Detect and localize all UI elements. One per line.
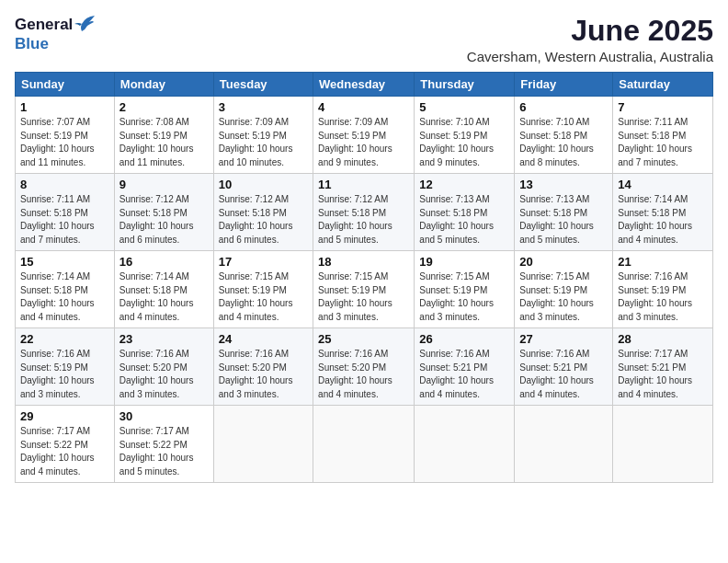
calendar-cell: 28Sunrise: 7:17 AM Sunset: 5:21 PM Dayli… — [613, 328, 713, 406]
weekday-header: Saturday — [613, 73, 713, 97]
calendar-cell: 29Sunrise: 7:17 AM Sunset: 5:22 PM Dayli… — [16, 406, 115, 483]
calendar-week-row: 1Sunrise: 7:07 AM Sunset: 5:19 PM Daylig… — [16, 97, 713, 174]
title-block: June 2025 Caversham, Western Australia, … — [467, 15, 713, 64]
calendar-cell: 4Sunrise: 7:09 AM Sunset: 5:19 PM Daylig… — [313, 97, 415, 174]
day-number: 13 — [519, 178, 608, 191]
day-number: 19 — [419, 255, 509, 269]
calendar-cell: 6Sunrise: 7:10 AM Sunset: 5:18 PM Daylig… — [515, 97, 613, 174]
day-number: 25 — [318, 332, 409, 346]
day-number: 21 — [618, 255, 708, 269]
day-info: Sunrise: 7:15 AM Sunset: 5:19 PM Dayligh… — [219, 270, 308, 324]
calendar-cell: 25Sunrise: 7:16 AM Sunset: 5:20 PM Dayli… — [313, 328, 415, 406]
month-title: June 2025 — [467, 15, 713, 47]
day-info: Sunrise: 7:15 AM Sunset: 5:19 PM Dayligh… — [318, 270, 409, 324]
day-info: Sunrise: 7:17 AM Sunset: 5:22 PM Dayligh… — [119, 425, 209, 478]
day-number: 22 — [20, 332, 109, 346]
calendar-cell: 15Sunrise: 7:14 AM Sunset: 5:18 PM Dayli… — [16, 251, 115, 328]
day-number: 7 — [618, 100, 708, 114]
day-info: Sunrise: 7:12 AM Sunset: 5:18 PM Dayligh… — [219, 193, 308, 247]
calendar-week-row: 29Sunrise: 7:17 AM Sunset: 5:22 PM Dayli… — [16, 406, 713, 483]
day-info: Sunrise: 7:16 AM Sunset: 5:20 PM Dayligh… — [318, 348, 409, 401]
day-number: 6 — [519, 100, 608, 114]
calendar-cell: 12Sunrise: 7:13 AM Sunset: 5:18 PM Dayli… — [415, 174, 515, 251]
calendar-cell: 22Sunrise: 7:16 AM Sunset: 5:19 PM Dayli… — [16, 328, 115, 406]
calendar-cell: 14Sunrise: 7:14 AM Sunset: 5:18 PM Dayli… — [613, 174, 713, 251]
calendar-cell — [515, 406, 613, 483]
day-number: 30 — [119, 409, 209, 423]
calendar-cell: 5Sunrise: 7:10 AM Sunset: 5:19 PM Daylig… — [415, 97, 515, 174]
day-number: 11 — [318, 178, 409, 191]
calendar-cell: 17Sunrise: 7:15 AM Sunset: 5:19 PM Dayli… — [213, 251, 313, 328]
day-info: Sunrise: 7:09 AM Sunset: 5:19 PM Dayligh… — [219, 116, 308, 169]
logo-bird-icon — [74, 15, 95, 35]
day-info: Sunrise: 7:14 AM Sunset: 5:18 PM Dayligh… — [618, 193, 708, 247]
day-number: 17 — [219, 255, 308, 269]
day-info: Sunrise: 7:16 AM Sunset: 5:21 PM Dayligh… — [519, 348, 608, 401]
day-number: 14 — [618, 178, 708, 191]
day-info: Sunrise: 7:13 AM Sunset: 5:18 PM Dayligh… — [519, 193, 608, 247]
logo-general: General — [15, 16, 73, 34]
day-info: Sunrise: 7:10 AM Sunset: 5:19 PM Dayligh… — [419, 116, 509, 169]
day-number: 1 — [20, 100, 109, 114]
weekday-header: Monday — [114, 73, 213, 97]
day-number: 8 — [20, 178, 109, 191]
calendar-cell — [313, 406, 415, 483]
day-info: Sunrise: 7:16 AM Sunset: 5:19 PM Dayligh… — [618, 270, 708, 324]
calendar-cell: 26Sunrise: 7:16 AM Sunset: 5:21 PM Dayli… — [415, 328, 515, 406]
day-info: Sunrise: 7:09 AM Sunset: 5:19 PM Dayligh… — [318, 116, 409, 169]
calendar-table: SundayMondayTuesdayWednesdayThursdayFrid… — [15, 72, 713, 483]
day-number: 23 — [119, 332, 209, 346]
calendar-cell: 10Sunrise: 7:12 AM Sunset: 5:18 PM Dayli… — [213, 174, 313, 251]
day-info: Sunrise: 7:12 AM Sunset: 5:18 PM Dayligh… — [119, 193, 209, 247]
day-info: Sunrise: 7:10 AM Sunset: 5:18 PM Dayligh… — [519, 116, 608, 169]
weekday-header: Sunday — [16, 73, 115, 97]
day-number: 28 — [618, 332, 708, 346]
calendar-cell: 27Sunrise: 7:16 AM Sunset: 5:21 PM Dayli… — [515, 328, 613, 406]
day-number: 18 — [318, 255, 409, 269]
day-number: 4 — [318, 100, 409, 114]
day-info: Sunrise: 7:16 AM Sunset: 5:20 PM Dayligh… — [219, 348, 308, 401]
day-number: 20 — [519, 255, 608, 269]
calendar-cell: 11Sunrise: 7:12 AM Sunset: 5:18 PM Dayli… — [313, 174, 415, 251]
day-info: Sunrise: 7:11 AM Sunset: 5:18 PM Dayligh… — [20, 193, 109, 247]
day-info: Sunrise: 7:15 AM Sunset: 5:19 PM Dayligh… — [419, 270, 509, 324]
calendar-cell: 3Sunrise: 7:09 AM Sunset: 5:19 PM Daylig… — [213, 97, 313, 174]
calendar-cell: 23Sunrise: 7:16 AM Sunset: 5:20 PM Dayli… — [114, 328, 213, 406]
day-info: Sunrise: 7:14 AM Sunset: 5:18 PM Dayligh… — [20, 270, 109, 324]
day-info: Sunrise: 7:07 AM Sunset: 5:19 PM Dayligh… — [20, 116, 109, 169]
day-number: 24 — [219, 332, 308, 346]
calendar-cell: 9Sunrise: 7:12 AM Sunset: 5:18 PM Daylig… — [114, 174, 213, 251]
calendar-cell: 21Sunrise: 7:16 AM Sunset: 5:19 PM Dayli… — [613, 251, 713, 328]
calendar-cell: 20Sunrise: 7:15 AM Sunset: 5:19 PM Dayli… — [515, 251, 613, 328]
day-info: Sunrise: 7:16 AM Sunset: 5:19 PM Dayligh… — [20, 348, 109, 401]
day-info: Sunrise: 7:15 AM Sunset: 5:19 PM Dayligh… — [519, 270, 608, 324]
calendar-cell: 2Sunrise: 7:08 AM Sunset: 5:19 PM Daylig… — [114, 97, 213, 174]
day-number: 5 — [419, 100, 509, 114]
page-header: General Blue June 2025 Caversham, Wester… — [15, 15, 713, 64]
day-number: 12 — [419, 178, 509, 191]
calendar-week-row: 15Sunrise: 7:14 AM Sunset: 5:18 PM Dayli… — [16, 251, 713, 328]
weekday-header: Wednesday — [313, 73, 415, 97]
calendar-week-row: 22Sunrise: 7:16 AM Sunset: 5:19 PM Dayli… — [16, 328, 713, 406]
day-info: Sunrise: 7:16 AM Sunset: 5:20 PM Dayligh… — [119, 348, 209, 401]
calendar-cell: 13Sunrise: 7:13 AM Sunset: 5:18 PM Dayli… — [515, 174, 613, 251]
calendar-cell: 19Sunrise: 7:15 AM Sunset: 5:19 PM Dayli… — [415, 251, 515, 328]
day-info: Sunrise: 7:16 AM Sunset: 5:21 PM Dayligh… — [419, 348, 509, 401]
day-info: Sunrise: 7:17 AM Sunset: 5:22 PM Dayligh… — [20, 425, 109, 478]
calendar-header-row: SundayMondayTuesdayWednesdayThursdayFrid… — [16, 73, 713, 97]
day-number: 9 — [119, 178, 209, 191]
day-number: 26 — [419, 332, 509, 346]
logo-blue: Blue — [15, 35, 49, 52]
day-info: Sunrise: 7:13 AM Sunset: 5:18 PM Dayligh… — [419, 193, 509, 247]
day-info: Sunrise: 7:12 AM Sunset: 5:18 PM Dayligh… — [318, 193, 409, 247]
logo: General Blue — [15, 15, 95, 53]
weekday-header: Friday — [515, 73, 613, 97]
day-number: 15 — [20, 255, 109, 269]
calendar-cell — [613, 406, 713, 483]
calendar-cell — [415, 406, 515, 483]
calendar-cell: 8Sunrise: 7:11 AM Sunset: 5:18 PM Daylig… — [16, 174, 115, 251]
day-number: 29 — [20, 409, 109, 423]
calendar-cell: 16Sunrise: 7:14 AM Sunset: 5:18 PM Dayli… — [114, 251, 213, 328]
day-info: Sunrise: 7:17 AM Sunset: 5:21 PM Dayligh… — [618, 348, 708, 401]
location-title: Caversham, Western Australia, Australia — [467, 49, 713, 64]
